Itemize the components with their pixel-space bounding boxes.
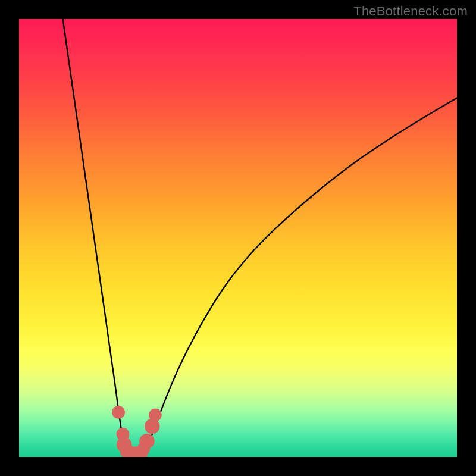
curve-right-branch <box>140 98 457 453</box>
curve-layer <box>19 19 457 457</box>
marker-group <box>112 406 162 457</box>
curve-group <box>63 19 457 453</box>
data-marker <box>139 434 155 449</box>
data-marker <box>149 408 162 421</box>
watermark-text: TheBottleneck.com <box>353 4 468 19</box>
data-marker <box>112 406 125 419</box>
chart-frame: TheBottleneck.com <box>0 0 476 476</box>
plot-area <box>19 19 457 457</box>
curve-left-branch <box>63 19 130 453</box>
data-marker <box>145 419 160 434</box>
